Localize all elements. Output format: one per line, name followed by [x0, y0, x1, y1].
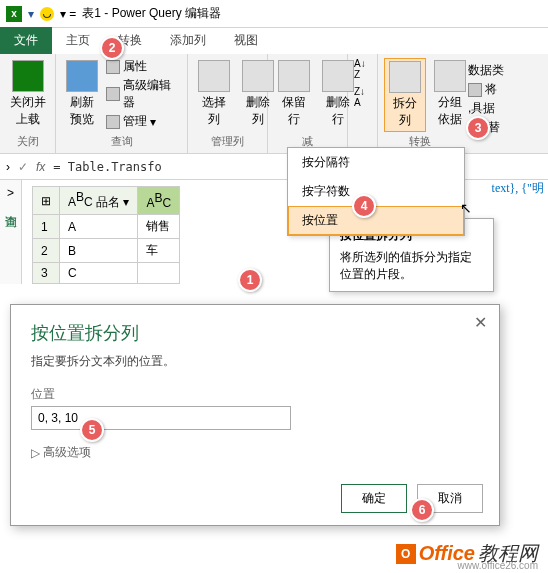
split-dialog: ✕ 按位置拆分列 指定要拆分文本列的位置。 位置 ▷ 高级选项 确定 取消: [10, 304, 500, 526]
qa-dropdown-icon[interactable]: ▾ =: [60, 7, 76, 21]
badge-3: 3: [466, 116, 490, 140]
split-by-chars[interactable]: 按字符数: [288, 177, 464, 206]
cursor-icon: ↖: [460, 200, 472, 216]
select-columns-button[interactable]: 选择 列: [194, 58, 234, 130]
select-col-icon: [198, 60, 230, 92]
sort-asc-button[interactable]: A↓Z: [354, 58, 366, 80]
tooltip-body: 将所选列的值拆分为指定位置的片段。: [340, 249, 483, 283]
split-by-delimiter[interactable]: 按分隔符: [288, 148, 464, 177]
titlebar: x ▾ ▾ = 表1 - Power Query 编辑器: [0, 0, 548, 28]
badge-5: 5: [80, 418, 104, 442]
use-button[interactable]: ,具据: [468, 100, 504, 117]
quicksave-icon[interactable]: ▾: [28, 7, 34, 21]
table-row: 1A销售: [33, 215, 180, 239]
close-icon[interactable]: ✕: [474, 313, 487, 332]
data-table[interactable]: ⊞ ABC 品名 ▾ ABC 1A销售 2B车 3C: [32, 186, 180, 284]
ribbon: 关闭并 上载 关闭 刷新 预览 属性 高级编辑器 管理 ▾ 查询 选择 列: [0, 54, 548, 154]
tab-addcolumn[interactable]: 添加列: [156, 27, 220, 54]
dialog-desc: 指定要拆分文本列的位置。: [31, 353, 479, 370]
ribbon-tabs: 文件 主页 转换 添加列 视图: [0, 28, 548, 54]
badge-4: 4: [352, 194, 376, 218]
left-panel-tabs[interactable]: > 查询: [0, 180, 22, 284]
expand-icon[interactable]: ›: [6, 160, 10, 174]
sort-desc-button[interactable]: Z↓A: [354, 86, 365, 108]
badge-2: 2: [100, 36, 124, 60]
advanced-options-toggle[interactable]: ▷ 高级选项: [31, 444, 479, 461]
group-close: 关闭: [6, 132, 49, 149]
position-label: 位置: [31, 386, 479, 403]
excel-icon: x: [6, 6, 22, 22]
table-corner[interactable]: ⊞: [33, 187, 60, 215]
formula-text[interactable]: = Table.Transfo: [53, 160, 161, 174]
fx-icon[interactable]: fx: [36, 160, 45, 174]
table-row: 2B车: [33, 239, 180, 263]
first-row-header-button[interactable]: 将: [468, 81, 504, 98]
tab-file[interactable]: 文件: [0, 27, 52, 54]
keep-rows-button[interactable]: 保留 行: [274, 58, 314, 130]
split-icon: [389, 61, 421, 93]
datatype-label: 数据类: [468, 62, 504, 79]
chevron-right-icon: ▷: [31, 446, 40, 460]
manage-button[interactable]: 管理 ▾: [106, 113, 181, 130]
properties-button[interactable]: 属性: [106, 58, 181, 75]
check-icon[interactable]: ✓: [18, 160, 28, 174]
badge-1: 1: [238, 268, 262, 292]
split-dropdown-menu: 按分隔符 按字符数 按位置: [287, 147, 465, 236]
tab-home[interactable]: 主页: [52, 27, 104, 54]
refresh-icon: [66, 60, 98, 92]
close-load-icon: [12, 60, 44, 92]
refresh-button[interactable]: 刷新 预览: [62, 58, 102, 130]
dialog-title: 按位置拆分列: [31, 321, 479, 345]
window-title: 表1 - Power Query 编辑器: [82, 5, 221, 22]
ok-button[interactable]: 确定: [341, 484, 407, 513]
code-hint: text}, {"明: [492, 180, 544, 197]
group-manage-cols: 管理列: [194, 132, 261, 149]
col-header-2[interactable]: ABC: [138, 187, 180, 215]
watermark: O Office教程网: [396, 540, 538, 567]
col-header-1[interactable]: ABC 品名 ▾: [60, 187, 138, 215]
group-query: 查询: [62, 132, 181, 149]
position-input[interactable]: [31, 406, 291, 430]
keep-rows-icon: [278, 60, 310, 92]
advanced-editor-button[interactable]: 高级编辑器: [106, 77, 181, 111]
close-load-button[interactable]: 关闭并 上载: [6, 58, 50, 130]
split-column-button[interactable]: 拆分 列: [384, 58, 426, 132]
table-row: 3C: [33, 263, 180, 284]
smiley-icon[interactable]: [40, 7, 54, 21]
watermark-logo-icon: O: [396, 544, 416, 564]
split-by-position[interactable]: 按位置: [288, 206, 464, 235]
badge-6: 6: [410, 498, 434, 522]
tab-view[interactable]: 视图: [220, 27, 272, 54]
formula-bar: › ✓ fx = Table.Transfo: [0, 154, 548, 180]
